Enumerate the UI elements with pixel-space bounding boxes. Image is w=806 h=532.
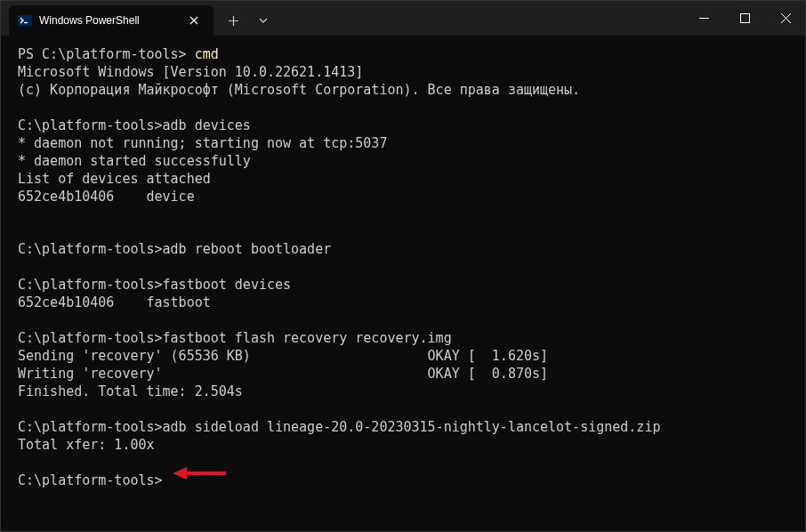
output-line: Total xfer: 1.00x [18,437,155,453]
tab-title: Windows PowerShell [39,14,178,27]
output-line: C:\platform-tools>fastboot flash recover… [18,330,452,346]
output-line: 652ce4b10406 device [18,189,195,205]
prompt-ps: PS C:\platform-tools> [18,46,195,62]
output-line: * daemon started successfully [18,153,251,169]
powershell-icon [18,13,32,28]
output-line: C:\platform-tools>fastboot devices [18,277,291,293]
output-line: List of devices attached [18,171,211,187]
terminal-output[interactable]: PS C:\platform-tools> cmd Microsoft Wind… [0,36,806,532]
tab-powershell[interactable]: Windows PowerShell [9,5,214,36]
output-line: 652ce4b10406 fastboot [18,294,211,310]
output-line: * daemon not running; starting now at tc… [18,135,387,151]
output-line: Sending 'recovery' (65536 KB) OKAY [ 1.6… [18,348,548,364]
new-tab-button[interactable] [219,7,247,34]
output-line: C:\platform-tools>adb sideload lineage-2… [18,419,660,435]
cmd-text: cmd [195,46,219,62]
titlebar-drag-area[interactable] [283,0,683,36]
output-line: C:\platform-tools>adb reboot bootloader [18,241,331,257]
output-line: C:\platform-tools> [18,472,163,488]
window-close-button[interactable] [765,0,806,36]
output-line: Microsoft Windows [Version 10.0.22621.14… [18,64,363,80]
output-line: (c) Корпорация Майкрософт (Microsoft Cor… [18,82,580,98]
output-line: C:\platform-tools>adb devices [18,117,251,133]
svg-rect-0 [18,15,32,26]
titlebar: Windows PowerShell [0,0,806,36]
tab-dropdown-button[interactable] [249,7,278,34]
window-controls [683,0,806,36]
output-line: Finished. Total time: 2.504s [18,383,243,399]
svg-rect-1 [740,13,749,22]
tab-controls [214,5,283,36]
minimize-button[interactable] [683,0,724,36]
maximize-button[interactable] [724,0,765,36]
close-icon[interactable] [185,12,203,29]
output-line: Writing 'recovery' OKAY [ 0.870s] [18,366,548,382]
